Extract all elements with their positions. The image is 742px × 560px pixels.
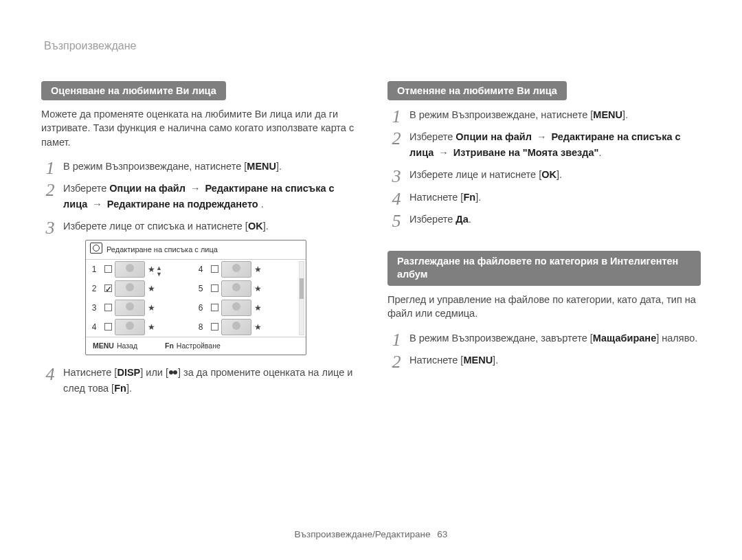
- step-5: 5 Изберете Да.: [387, 212, 701, 227]
- step-1: 1 В режим Възпроизвеждане, завъртете [Ма…: [387, 331, 701, 346]
- face-thumbnail: [221, 300, 251, 316]
- fn-key-label: Fn: [114, 381, 126, 396]
- two-column-layout: Оценяване на любимите Ви лица Можете да …: [41, 81, 701, 403]
- lcd-title-bar: Редактиране на списъка с лица: [86, 240, 306, 260]
- left-column: Оценяване на любимите Ви лица Можете да …: [41, 81, 355, 403]
- face-thumbnail: [221, 280, 251, 297]
- step-3: 3 Изберете лице и натиснете [OK].: [387, 167, 701, 182]
- steps-list-cancel: 1 В режим Възпроизвеждане, натиснете [ME…: [387, 107, 701, 227]
- step-2: 2 Натиснете [MENU].: [387, 352, 701, 368]
- step-1: 1 В режим Възпроизвеждане, натиснете [ME…: [41, 159, 355, 174]
- scrollbar: [299, 261, 304, 335]
- menu-key-label: MENU: [247, 159, 276, 174]
- section-intro: Можете да променяте оценката на любимите…: [41, 107, 355, 149]
- face-thumbnail: [115, 319, 145, 335]
- face-thumbnail: [115, 300, 145, 316]
- steps-list-smart-album: 1 В режим Възпроизвеждане, завъртете [Ма…: [387, 331, 701, 368]
- step-2: 2 Изберете Опции на файл → Редактиране н…: [41, 181, 355, 212]
- checkbox: [211, 323, 218, 331]
- step-4: 4 Натиснете [DISP] или [] за да променит…: [41, 365, 355, 396]
- checkbox: [104, 265, 112, 273]
- up-down-arrows-icon: ▲▼: [156, 265, 162, 278]
- section-heading-rate-faces: Оценяване на любимите Ви лица: [41, 81, 226, 100]
- camera-lcd-preview: Редактиране на списъка с лица ▲▼ 1 ★ 4 ★: [85, 240, 306, 355]
- checkbox: [211, 284, 218, 292]
- page-number: 63: [437, 529, 447, 539]
- face-thumbnail: [221, 261, 251, 278]
- footer-section-label: Възпроизвеждане/Редактиране: [295, 529, 431, 539]
- face-thumbnail: [115, 261, 145, 278]
- face-thumbnail: [221, 319, 251, 335]
- step-4: 4 Натиснете [Fn].: [387, 190, 701, 205]
- section-heading-cancel-faces: Отменяне на любимите Ви лица: [387, 81, 567, 100]
- checkbox: [211, 304, 218, 311]
- disp-key-label: DISP: [117, 365, 140, 380]
- macro-flower-icon: [168, 368, 178, 377]
- section-heading-smart-album: Разглеждане на файловете по категория в …: [387, 251, 701, 286]
- steps-list-rate: 1 В режим Възпроизвеждане, натиснете [ME…: [41, 159, 355, 396]
- breadcrumb: Възпроизвеждане: [44, 40, 701, 52]
- section-intro-2: Преглед и управление на файлове по катег…: [387, 293, 701, 321]
- checkbox: [104, 304, 112, 311]
- right-column: Отменяне на любимите Ви лица 1 В режим В…: [387, 81, 701, 403]
- face-list-icon: [90, 243, 102, 254]
- step-2: 2 Изберете Опции на файл → Редактиране н…: [387, 129, 701, 160]
- checkbox: [104, 323, 112, 331]
- ok-key-label: OK: [248, 219, 263, 234]
- face-thumbnail: [115, 280, 145, 297]
- step-3: 3 Изберете лице от списъка и натиснете […: [41, 219, 355, 355]
- manual-page: Възпроизвеждане Оценяване на любимите Ви…: [0, 0, 742, 560]
- lcd-bottom-bar: MENUНазад FnНастройване: [86, 337, 306, 355]
- lcd-face-grid: 1 ★ 4 ★ 2 ★ 5: [86, 260, 306, 337]
- page-footer: Възпроизвеждане/Редактиране 63: [0, 529, 742, 539]
- checkbox: [211, 265, 218, 273]
- checkbox-checked: [104, 284, 112, 292]
- step-1: 1 В режим Възпроизвеждане, натиснете [ME…: [387, 107, 701, 122]
